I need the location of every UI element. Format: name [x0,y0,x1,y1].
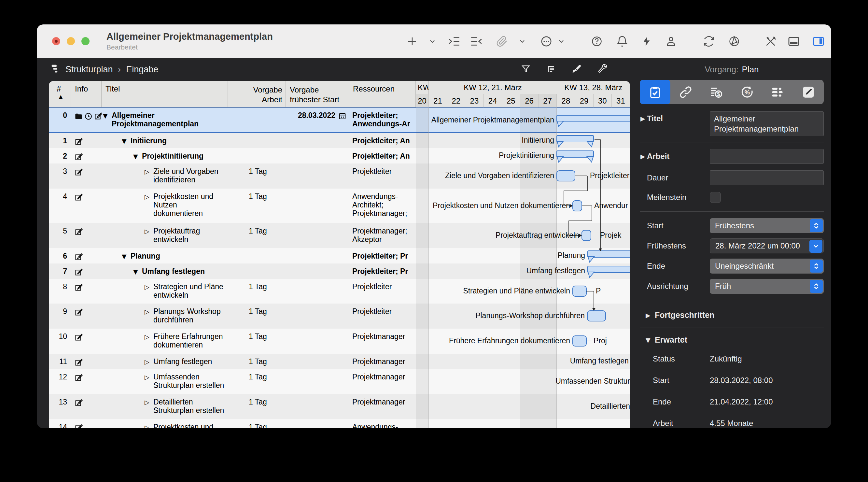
chevron-down-icon[interactable] [809,240,823,253]
ellipsis-circle-icon[interactable] [540,35,553,48]
indent-icon[interactable] [447,34,461,48]
tab-columns[interactable] [763,80,793,104]
fruehestens-date-field[interactable]: 28. März 2022 um 00:00 [710,238,824,253]
task-title[interactable]: Projektkosten und [153,423,215,428]
brush-icon[interactable] [572,64,582,75]
note-icon[interactable] [74,193,83,203]
leaf-triangle-icon[interactable]: ▷ [145,372,153,381]
tab-progress[interactable]: % [732,80,763,104]
breadcrumb-mode[interactable]: Eingabe [126,64,158,74]
table-row[interactable]: 11▷Umfang festlegen1 TagProjektmanager [49,354,630,369]
table-row[interactable]: 8▷Strategien und Pläne entwickeln1 TagPr… [49,279,630,304]
stepper-icon[interactable] [810,280,823,293]
folder-icon[interactable] [74,112,83,122]
dauer-input[interactable] [710,170,824,185]
leaf-triangle-icon[interactable]: ▷ [145,227,153,236]
add-icon[interactable] [406,35,418,47]
table-row[interactable]: 6▼PlanungProjektleiter; Pr [49,248,630,264]
note-icon[interactable] [74,358,83,368]
task-title[interactable]: Projektkosten und Nutzen dokumentieren [153,192,215,217]
collapse-triangle-icon[interactable]: ▼ [103,111,112,120]
note-icon[interactable] [74,252,83,263]
note-icon[interactable] [74,398,83,409]
table-row[interactable]: 9▷Planungs-Workshop durchführen1 TagProj… [49,304,630,329]
task-title[interactable]: Detaillierten Strukturplan erstellen [153,398,226,415]
note-icon[interactable] [74,227,83,238]
note-icon[interactable] [74,268,83,278]
leaf-triangle-icon[interactable]: ▷ [145,192,153,201]
note-icon[interactable] [74,373,83,384]
calendar-icon[interactable] [338,112,346,133]
note-icon[interactable] [74,168,83,178]
note-icon[interactable] [74,333,83,343]
task-title[interactable]: Umfassenden Strukturplan erstellen [153,372,226,390]
table-row[interactable]: 10▷Frühere Erfahrungen dokumentieren1 Ta… [49,329,630,354]
table-row[interactable]: 1▼InitiierungProjektleiter; An [49,133,630,148]
table-row[interactable]: 12▷Umfassenden Strukturplan erstellen1 T… [49,369,630,394]
titel-input[interactable]: Allgemeiner Projektmanagementplan [710,111,824,136]
table-row[interactable]: 0▼Allgemeiner Projektmanagementplan28.03… [49,108,630,133]
sync-icon[interactable] [703,35,715,48]
start-popup[interactable]: Frühestens [710,218,824,233]
task-title[interactable]: Allgemeiner Projektmanagementplan [112,111,200,128]
help-icon[interactable] [591,35,603,48]
task-title[interactable]: Ziele und Vorgaben identifizieren [153,167,220,184]
bell-icon[interactable] [616,35,628,48]
meilenstein-checkbox[interactable] [710,192,721,203]
table-row[interactable]: 5▷Projektauftrag entwickeln1 TagProjektm… [49,223,630,248]
collapse-triangle-icon[interactable]: ▼ [122,252,130,261]
table-row[interactable]: 13▷Detaillierten Strukturplan erstellen1… [49,394,630,419]
leaf-triangle-icon[interactable]: ▷ [145,398,153,406]
chevron-down-icon[interactable] [518,37,526,45]
note-icon[interactable] [74,308,83,318]
chevron-down-icon[interactable] [557,37,565,45]
table-row[interactable]: 14▷Projektkosten und1 TagAnwendungs- [49,419,630,428]
tools-icon[interactable] [765,35,777,48]
stepper-icon[interactable] [810,260,823,273]
collapse-triangle-icon[interactable]: ▼ [122,137,130,145]
leaf-triangle-icon[interactable]: ▷ [145,282,153,291]
table-row[interactable]: 7▼Umfang festlegenProjektleiter; Pr [49,264,630,279]
bolt-icon[interactable] [641,36,652,47]
note-icon[interactable] [74,137,83,148]
note-icon[interactable] [74,152,83,163]
arbeit-input[interactable] [710,149,824,164]
column-header-info[interactable]: Info [71,81,101,107]
sort-indicator[interactable]: ▲ [59,93,63,100]
leaf-triangle-icon[interactable]: ▷ [145,307,153,316]
leaf-triangle-icon[interactable]: ▷ [145,332,153,341]
leaf-triangle-icon[interactable]: ▷ [145,357,153,366]
tab-note[interactable] [793,80,824,104]
section-erwartet[interactable]: ▼Erwartet [640,335,831,344]
ausrichtung-popup[interactable]: Früh [710,279,824,294]
panel-right-icon[interactable] [811,35,826,48]
network-icon[interactable] [728,35,740,48]
table-row[interactable]: 2▼ProjektinitiierungProjektleiter; An [49,148,630,163]
column-header-work[interactable]: VorgabeArbeit [228,81,286,107]
zoom-button[interactable] [82,37,90,45]
table-row[interactable]: 3▷Ziele und Vorgaben identifizieren1 Tag… [49,163,630,188]
column-header-number[interactable]: #▲ [49,81,71,107]
filter-icon[interactable] [521,64,531,75]
note-icon[interactable] [74,283,83,294]
leaf-triangle-icon[interactable]: ▷ [145,423,153,428]
column-header-resources[interactable]: Ressourcen [349,81,416,107]
disclosure-icon[interactable]: ▶ [641,153,643,160]
disclosure-icon[interactable]: ▶ [641,115,643,122]
leaf-triangle-icon[interactable]: ▷ [145,167,153,176]
ende-popup[interactable]: Uneingeschränkt [710,259,824,274]
column-header-titel[interactable]: Titel [101,81,228,107]
breadcrumb[interactable]: Strukturplan › Eingabe [51,58,158,81]
minimize-button[interactable] [67,37,75,45]
task-title[interactable]: Umfang festlegen [153,357,214,366]
tab-finance[interactable]: $ [701,80,732,104]
wrench-icon[interactable] [597,64,607,75]
task-title[interactable]: Projektauftrag entwickeln [153,227,202,244]
task-title[interactable]: Planungs-Workshop durchführen [153,307,223,324]
breadcrumb-view[interactable]: Strukturplan [65,64,113,74]
column-header-start[interactable]: Vorgabefrühester Start [286,81,349,107]
task-title[interactable]: Initiierung [130,137,169,145]
outline-icon[interactable] [546,64,556,75]
tab-plan[interactable] [640,80,670,104]
close-button[interactable] [52,37,60,45]
